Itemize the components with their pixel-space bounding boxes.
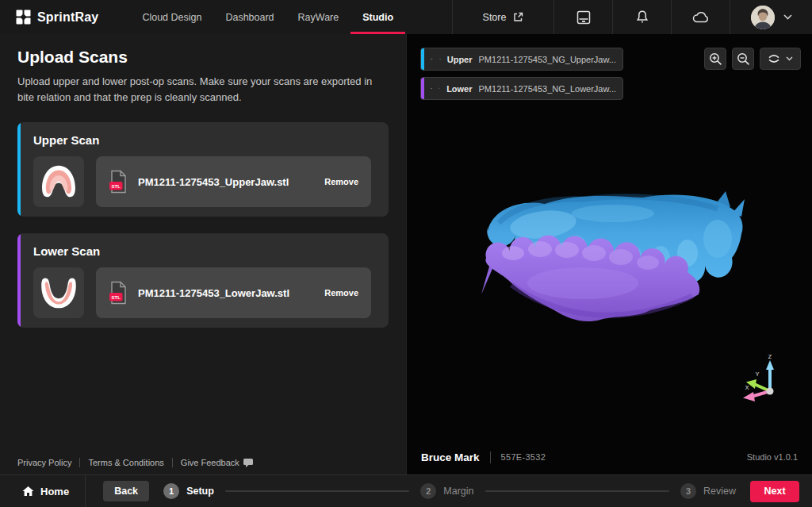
lower-layer-chip[interactable]: Lower PM1211-1275453_NG_LowerJaw... <box>420 77 623 100</box>
upper-jaw-thumbnail <box>33 156 84 207</box>
lower-scan-title: Lower Scan <box>33 244 371 258</box>
avatar-photo <box>751 6 775 29</box>
privacy-policy-link[interactable]: Privacy Policy <box>17 458 71 467</box>
viewport-controls <box>704 48 801 70</box>
upper-scan-title: Upper Scan <box>33 133 371 147</box>
lower-layer-label: Lower <box>446 84 472 94</box>
upper-accent-bar <box>17 122 21 217</box>
footer-divider <box>490 451 491 463</box>
sprintray-logo-icon <box>16 10 31 25</box>
zoom-out-icon <box>737 52 750 66</box>
user-avatar <box>751 6 775 29</box>
lower-layer-filename: PM1211-1275453_NG_LowerJaw... <box>479 84 616 94</box>
chevron-down-icon <box>783 14 792 20</box>
step-1-number: 1 <box>163 483 179 499</box>
external-link-icon <box>513 12 523 22</box>
cloud-icon <box>691 11 710 24</box>
step-margin[interactable]: 2 Margin <box>420 483 473 499</box>
scan-cards: Upper Scan STL PM1211- <box>17 122 389 328</box>
lower-remove-button[interactable]: Remove <box>324 288 358 298</box>
upper-arch-icon <box>439 55 441 63</box>
viewport-footer: Bruce Mark 557E-3532 Studio v1.0.1 <box>407 440 812 474</box>
upper-layer-filename: PM1211-1275453_NG_UpperJaw... <box>479 55 616 64</box>
zoom-in-icon <box>709 52 722 66</box>
lower-jaw-thumbnail <box>33 267 84 318</box>
svg-text:X: X <box>745 385 749 390</box>
patient-name: Bruce Mark <box>421 451 480 463</box>
step-3-label: Review <box>703 486 736 497</box>
top-navigation-bar: SprintRay Cloud Design Dashboard RayWare… <box>0 0 812 34</box>
visibility-eye-icon[interactable] <box>431 84 432 93</box>
lower-arch-icon <box>439 84 440 93</box>
store-label: Store <box>483 12 507 23</box>
back-button[interactable]: Back <box>103 481 149 501</box>
upper-layer-chip[interactable]: Upper PM1211-1275453_NG_UpperJaw... <box>420 48 623 71</box>
printer-button[interactable] <box>553 0 612 34</box>
zoom-in-button[interactable] <box>704 48 726 70</box>
view-options-button[interactable] <box>760 48 801 70</box>
bell-icon <box>635 10 649 25</box>
bottombar-divider <box>85 475 86 507</box>
svg-text:Z: Z <box>768 354 772 359</box>
notifications-button[interactable] <box>612 0 671 34</box>
stl-file-icon: STL <box>109 170 128 194</box>
workflow-stepper: 1 Setup 2 Margin 3 Review <box>163 483 736 499</box>
home-icon <box>22 486 34 497</box>
orientation-gizmo[interactable]: Z Y X <box>740 353 786 404</box>
svg-text:STL: STL <box>112 184 121 189</box>
model-viewport[interactable]: Upper PM1211-1275453_NG_UpperJaw... Lowe… <box>406 34 812 474</box>
step-2-number: 2 <box>420 483 436 499</box>
cloud-sync-button[interactable] <box>671 0 730 34</box>
brand-name: SprintRay <box>37 10 98 25</box>
next-button[interactable]: Next <box>750 481 799 502</box>
nav-item-rayware[interactable]: RayWare <box>286 0 351 34</box>
footer-separator <box>172 458 173 467</box>
nav-item-dashboard[interactable]: Dashboard <box>213 0 285 34</box>
axis-gizmo-icon: Z Y X <box>740 353 786 404</box>
upper-layer-label: Upper <box>447 55 473 64</box>
upper-jaw-icon <box>38 162 79 202</box>
legal-footer: Privacy Policy Terms & Conditions Give F… <box>17 458 253 467</box>
step-3-number: 3 <box>680 483 696 499</box>
page-description: Upload upper and lower post-op scans. Ma… <box>17 74 390 106</box>
main-nav: Cloud Design Dashboard RayWare Studio <box>130 0 405 34</box>
stepper-connector <box>485 490 669 492</box>
lower-file-name: PM1211-1275453_LowerJaw.stl <box>138 287 314 299</box>
layer-chips: Upper PM1211-1275453_NG_UpperJaw... Lowe… <box>420 48 623 106</box>
zoom-out-button[interactable] <box>732 48 754 70</box>
stepper-connector <box>225 490 409 492</box>
give-feedback-link[interactable]: Give Feedback <box>181 458 253 467</box>
footer-separator <box>79 458 80 467</box>
lower-jaw-icon <box>38 273 79 313</box>
lower-scan-card: Lower Scan STL PM1211-1275453_Lower <box>17 233 389 328</box>
svg-text:Y: Y <box>756 371 760 377</box>
nav-item-studio[interactable]: Studio <box>350 0 405 34</box>
home-button[interactable]: Home <box>22 486 69 497</box>
upper-file-row: STL PM1211-1275453_UpperJaw.stl Remove <box>96 156 371 207</box>
home-label: Home <box>40 486 69 497</box>
page-title: Upload Scans <box>17 48 389 67</box>
printer-icon <box>576 10 592 25</box>
case-id: 557E-3532 <box>501 452 546 462</box>
store-link[interactable]: Store <box>452 0 553 34</box>
topbar-right-cluster: Store <box>452 0 812 34</box>
terms-conditions-link[interactable]: Terms & Conditions <box>88 458 163 467</box>
upper-file-name: PM1211-1275453_UpperJaw.stl <box>138 176 314 188</box>
upload-scans-panel: Upload Scans Upload upper and lower post… <box>0 34 406 474</box>
dental-model-3d[interactable] <box>480 190 753 326</box>
svg-text:STL: STL <box>112 295 121 300</box>
lower-file-row: STL PM1211-1275453_LowerJaw.stl Remove <box>96 267 371 318</box>
give-feedback-label: Give Feedback <box>181 458 239 467</box>
stl-file-icon: STL <box>109 281 128 305</box>
step-review[interactable]: 3 Review <box>680 483 736 499</box>
sprintray-logo: SprintRay <box>0 0 98 34</box>
nav-item-cloud-design[interactable]: Cloud Design <box>130 0 213 34</box>
visibility-eye-icon[interactable] <box>431 55 433 63</box>
feedback-chat-icon <box>243 459 253 467</box>
step-2-label: Margin <box>443 486 473 497</box>
upper-remove-button[interactable]: Remove <box>324 177 358 186</box>
jaw-scan-render <box>480 190 753 326</box>
step-setup[interactable]: 1 Setup <box>163 483 214 499</box>
account-menu[interactable] <box>730 0 812 34</box>
step-1-label: Setup <box>186 486 214 497</box>
